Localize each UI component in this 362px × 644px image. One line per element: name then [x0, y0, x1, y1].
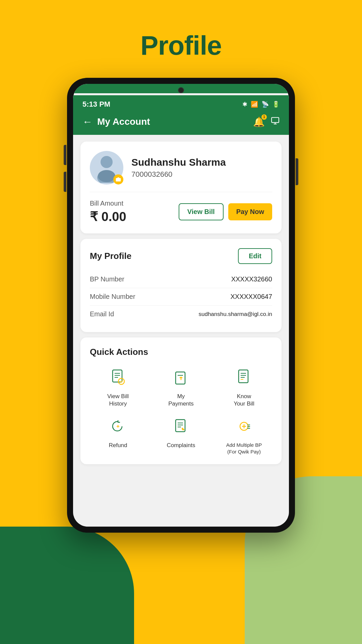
battery-icon: 🔋 — [272, 101, 280, 108]
action-add-multiple-bp[interactable]: Add Multiple BP(For Qwik Pay) — [216, 414, 272, 455]
svg-point-5 — [98, 170, 115, 182]
volume-down-button — [64, 172, 66, 192]
view-bill-history-icon — [106, 365, 130, 389]
bg-decoration-corner — [0, 527, 134, 644]
email-value: sudhanshu.sharma@igl.co.in — [199, 311, 273, 318]
user-name: Sudhanshu Sharma — [131, 157, 226, 168]
bp-number-label: BP Number — [90, 275, 124, 283]
action-view-bill-history[interactable]: View BillHistory — [90, 365, 146, 408]
amount-value: 0.00 — [102, 210, 126, 224]
quick-actions-card: Quick Actions — [80, 337, 282, 464]
wifi-icon: 📶 — [251, 101, 258, 108]
bill-label: Bill Amount — [90, 200, 126, 207]
action-my-payments[interactable]: MyPayments — [153, 365, 209, 408]
notification-button[interactable]: 🔔 1 — [253, 116, 265, 127]
my-profile-card: My Profile Edit BP Number XXXXX32660 Mob… — [80, 239, 282, 332]
status-bar: 5:13 PM ✱ 📶 📡 🔋 — [73, 95, 289, 112]
refund-label: Refund — [109, 442, 127, 449]
profile-info-card: Sudhanshu Sharma 7000032660 Bill Amount … — [80, 142, 282, 233]
svg-rect-0 — [272, 117, 279, 122]
bp-number-value: XXXXX32660 — [231, 275, 272, 283]
page-title-section: Profile — [0, 0, 362, 78]
front-camera — [178, 87, 184, 93]
nav-left: ← My Account — [82, 116, 150, 127]
card-menu-button[interactable] — [271, 116, 280, 127]
actions-grid: View BillHistory MyPayments — [90, 365, 272, 455]
phone-mockup: 5:13 PM ✱ 📶 📡 🔋 ← My Account 🔔 1 — [67, 78, 295, 533]
my-payments-label: MyPayments — [168, 393, 194, 408]
notification-badge: 1 — [261, 114, 267, 120]
my-payments-icon — [169, 365, 193, 389]
profile-text-info: Sudhanshu Sharma 7000032660 — [131, 157, 226, 179]
email-row: Email Id sudhanshu.sharma@igl.co.in — [90, 306, 272, 323]
my-profile-title: My Profile — [90, 251, 131, 261]
add-multiple-bp-label: Add Multiple BP(For Qwik Pay) — [226, 442, 262, 455]
profile-header: Sudhanshu Sharma 7000032660 — [90, 151, 272, 184]
bill-info: Bill Amount ₹ 0.00 — [90, 200, 126, 224]
action-complaints[interactable]: Complaints — [153, 414, 209, 455]
mobile-number-row: Mobile Number XXXXXX0647 — [90, 288, 272, 306]
svg-rect-7 — [113, 370, 122, 382]
power-button — [296, 158, 298, 185]
back-button[interactable]: ← — [82, 116, 93, 127]
user-phone: 7000032660 — [131, 170, 226, 179]
view-bill-button[interactable]: View Bill — [179, 203, 224, 220]
complaints-icon — [169, 414, 193, 438]
avatar-container — [90, 151, 123, 184]
page-title: Profile — [0, 30, 362, 61]
bp-number-row: BP Number XXXXX32660 — [90, 271, 272, 288]
action-know-your-bill[interactable]: KnowYour Bill — [216, 365, 272, 408]
svg-rect-12 — [176, 372, 185, 384]
signal-icon: 📡 — [261, 101, 269, 108]
bill-actions: View Bill Pay Now — [179, 203, 272, 220]
nav-right: 🔔 1 — [253, 116, 280, 127]
bill-amount: ₹ 0.00 — [90, 209, 126, 224]
svg-point-11 — [118, 378, 124, 384]
know-your-bill-icon — [232, 365, 256, 389]
mobile-number-value: XXXXXX0647 — [230, 293, 272, 301]
pay-now-button[interactable]: Pay Now — [228, 203, 272, 220]
refund-icon — [106, 414, 130, 438]
svg-rect-14 — [239, 370, 248, 383]
edit-profile-button[interactable]: Edit — [238, 248, 272, 264]
svg-point-3 — [101, 156, 113, 168]
camera-icon[interactable] — [113, 174, 123, 184]
email-label: Email Id — [90, 310, 114, 318]
nav-title: My Account — [97, 116, 150, 127]
currency-symbol: ₹ — [90, 210, 98, 224]
bluetooth-icon: ✱ — [242, 101, 247, 108]
top-nav: ← My Account 🔔 1 — [73, 112, 289, 135]
content-area: Sudhanshu Sharma 7000032660 Bill Amount … — [73, 135, 289, 527]
bill-section: Bill Amount ₹ 0.00 View Bill Pay Now — [90, 192, 272, 224]
know-your-bill-label: KnowYour Bill — [234, 393, 254, 408]
view-bill-history-label: View BillHistory — [107, 393, 129, 408]
mobile-number-label: Mobile Number — [90, 293, 135, 301]
volume-up-button — [64, 145, 66, 165]
phone-screen: 5:13 PM ✱ 📶 📡 🔋 ← My Account 🔔 1 — [73, 84, 289, 527]
quick-actions-title: Quick Actions — [90, 347, 272, 357]
my-profile-header: My Profile Edit — [90, 248, 272, 264]
status-icons: ✱ 📶 📡 🔋 — [242, 101, 280, 108]
add-multiple-bp-icon — [232, 414, 256, 438]
complaints-label: Complaints — [167, 442, 195, 449]
action-refund[interactable]: Refund — [90, 414, 146, 455]
svg-point-6 — [117, 179, 119, 180]
status-time: 5:13 PM — [82, 100, 110, 109]
